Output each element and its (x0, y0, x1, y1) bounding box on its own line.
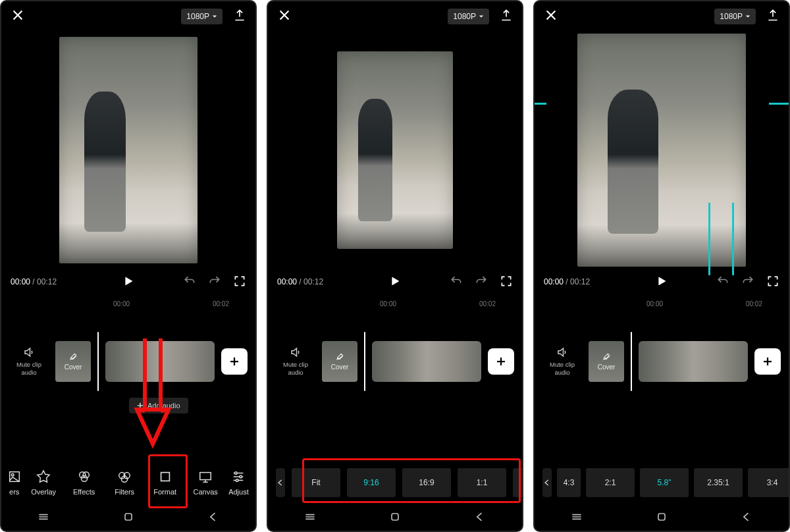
ratio-16-9[interactable]: 16:9 (402, 468, 451, 497)
screen-1: 1080P 00:00 / 00:12 00:0000:02 Mute clip… (0, 0, 257, 532)
play-button[interactable] (122, 275, 135, 290)
fullscreen-icon[interactable] (766, 275, 779, 290)
screen-3: 1080P Use both fingers to resize your vi… (533, 0, 790, 532)
tool-effects[interactable]: Effects (64, 469, 105, 496)
nav-home-icon[interactable] (388, 510, 402, 526)
add-clip-button[interactable] (754, 348, 781, 375)
playhead[interactable] (97, 332, 99, 391)
mute-clip-button[interactable]: Mute clipaudio (9, 346, 49, 377)
nav-recents-icon[interactable] (303, 510, 317, 526)
ratio-4-3[interactable]: 4:3 (557, 468, 581, 497)
ratio-5-8[interactable]: 5.8" (640, 468, 689, 497)
android-nav (1, 506, 255, 531)
ratio-bar: Fit 9:16 16:9 1:1 4:3 (268, 461, 522, 504)
close-icon[interactable] (277, 8, 292, 25)
export-icon[interactable] (766, 9, 779, 24)
export-icon[interactable] (500, 9, 513, 24)
tool-filters[interactable]: Filters (104, 469, 145, 496)
svg-rect-8 (161, 473, 169, 481)
add-clip-button[interactable] (221, 348, 248, 375)
nav-home-icon[interactable] (122, 510, 135, 526)
time-display: 00:00 / 00:12 (544, 277, 590, 286)
playback-row: 00:00 / 00:12 (1, 269, 255, 295)
play-button[interactable] (388, 275, 402, 290)
add-audio-button[interactable]: Add audio (129, 398, 188, 413)
redo-icon[interactable] (741, 275, 754, 290)
back-button[interactable] (276, 468, 285, 497)
video-preview (577, 34, 746, 267)
resolution-label: 1080P (186, 12, 209, 21)
preview-area[interactable] (1, 32, 255, 269)
ratio-9-16[interactable]: 9:16 (347, 468, 396, 497)
close-icon[interactable] (544, 8, 558, 25)
undo-icon[interactable] (183, 275, 196, 290)
screen-2: 1080P Use both fingers to resize your vi… (267, 0, 523, 532)
resolution-label: 1080P (453, 12, 476, 21)
redo-icon[interactable] (208, 275, 221, 290)
playback-row: 00:00 / 00:12 (268, 269, 522, 295)
nav-recents-icon[interactable] (37, 510, 50, 526)
timeline[interactable]: Mute clipaudio Cover (1, 336, 255, 387)
tool-partial[interactable]: ers (5, 469, 23, 496)
resolution-button[interactable]: 1080P (714, 9, 756, 24)
fullscreen-icon[interactable] (233, 275, 246, 290)
playback-row: 00:00 / 00:12 (535, 269, 789, 295)
ratio-3-4[interactable]: 3:4 (748, 468, 790, 497)
cover-button[interactable]: Cover (589, 341, 624, 382)
ratio-1-1[interactable]: 1:1 (458, 468, 506, 497)
mute-clip-button[interactable]: Mute clipaudio (542, 346, 582, 377)
android-nav (535, 506, 789, 531)
playhead[interactable] (364, 332, 365, 391)
tool-format[interactable]: Format (145, 469, 186, 496)
ratio-fit[interactable]: Fit (292, 468, 340, 497)
timeline-ruler: 00:0000:02 (268, 296, 522, 311)
preview-area[interactable]: Use both fingers to resize your video (268, 32, 522, 269)
resolution-button[interactable]: 1080P (448, 9, 489, 24)
svg-rect-14 (392, 514, 398, 520)
preview-area[interactable]: Use both fingers to resize your video (535, 32, 789, 269)
svg-point-3 (83, 472, 89, 478)
undo-icon[interactable] (450, 275, 463, 290)
ratio-4-3[interactable]: 4:3 (513, 468, 523, 497)
ratio-2-35-1[interactable]: 2.35:1 (694, 468, 743, 497)
resolution-button[interactable]: 1080P (181, 9, 223, 24)
svg-point-1 (11, 473, 14, 476)
play-button[interactable] (655, 275, 668, 290)
playhead[interactable] (631, 332, 632, 391)
export-icon[interactable] (233, 9, 246, 24)
ratio-2-1[interactable]: 2:1 (586, 468, 635, 497)
video-clip[interactable] (105, 341, 215, 382)
nav-back-icon[interactable] (207, 510, 220, 526)
nav-back-icon[interactable] (473, 510, 487, 526)
tool-adjust[interactable]: Adjust (226, 469, 251, 496)
tool-canvas[interactable]: Canvas (185, 469, 226, 496)
mute-clip-button[interactable]: Mute clipaudio (276, 346, 315, 377)
timeline[interactable]: Mute clipaudio Cover (535, 336, 789, 387)
svg-point-12 (236, 479, 239, 482)
add-clip-button[interactable] (488, 348, 514, 375)
cover-button[interactable]: Cover (322, 341, 357, 382)
close-icon[interactable] (11, 8, 25, 25)
nav-recents-icon[interactable] (570, 510, 583, 526)
resolution-label: 1080P (720, 12, 743, 21)
timeline[interactable]: Mute clipaudio Cover (268, 336, 522, 387)
bottom-toolbar: ers Overlay Effects Filters Format Canva… (1, 461, 255, 504)
fullscreen-icon[interactable] (500, 275, 513, 290)
timeline-ruler: 00:0000:02 (1, 296, 255, 311)
video-preview (337, 51, 453, 249)
undo-icon[interactable] (716, 275, 729, 290)
video-clip[interactable] (639, 341, 748, 382)
tool-overlay[interactable]: Overlay (23, 469, 64, 496)
redo-icon[interactable] (475, 275, 488, 290)
cover-button[interactable]: Cover (55, 341, 91, 382)
back-button[interactable] (542, 468, 552, 497)
timeline-ruler: 00:0000:02 (535, 296, 789, 311)
crop-marker (769, 103, 789, 105)
nav-back-icon[interactable] (740, 510, 753, 526)
nav-home-icon[interactable] (655, 510, 668, 526)
time-display: 00:00 / 00:12 (277, 277, 323, 286)
time-display: 00:00 / 00:12 (11, 277, 57, 286)
video-clip[interactable] (372, 341, 481, 382)
svg-point-4 (81, 475, 87, 481)
svg-rect-15 (658, 514, 665, 520)
